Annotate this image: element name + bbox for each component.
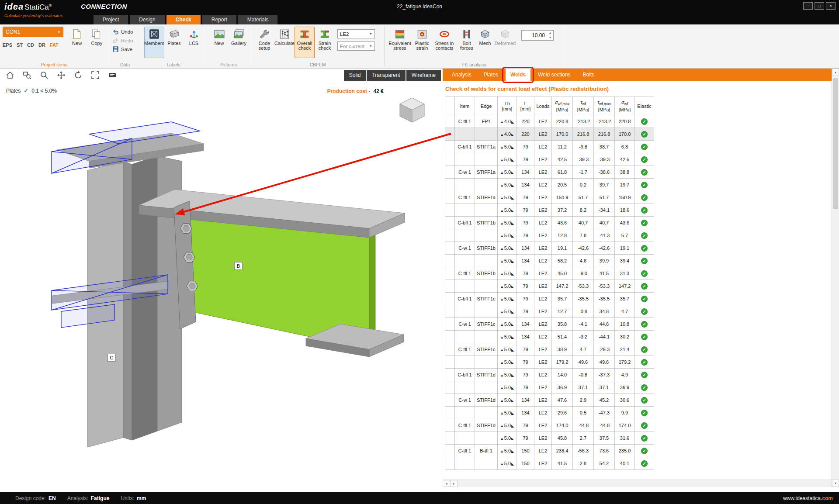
length-cell[interactable]: 79 xyxy=(517,229,534,242)
row-marker-cell[interactable] xyxy=(445,141,455,153)
tau-cell[interactable]: -39.3 xyxy=(573,153,594,166)
item-cell[interactable]: C-bfl 1 xyxy=(455,217,475,229)
length-cell[interactable]: 79 xyxy=(517,293,534,305)
tau-max-cell[interactable]: -41.3 xyxy=(594,229,615,242)
deformed-scale-stepper[interactable]: 10.00 ▲ ▼ xyxy=(521,30,554,41)
gallery-button[interactable]: Gallery xyxy=(229,27,249,58)
edge-cell[interactable] xyxy=(475,356,498,369)
column-header-elastic[interactable]: Elastic xyxy=(635,97,654,115)
strain-check-button[interactable]: Strain check xyxy=(315,27,335,58)
tau-cell[interactable]: 51.7 xyxy=(573,191,594,204)
tau-max-cell[interactable]: 45.2 xyxy=(594,394,615,407)
zoom-icon[interactable] xyxy=(39,70,49,80)
edge-cell[interactable]: B-tfl 1 xyxy=(475,445,498,457)
elastic-status-cell[interactable]: ✓ xyxy=(635,242,654,255)
sigma-max-cell[interactable]: 174.0 xyxy=(552,419,573,432)
sigma-max-cell[interactable]: 35.7 xyxy=(552,293,573,305)
sigma-cell[interactable]: 150.9 xyxy=(615,191,635,204)
row-marker-cell[interactable] xyxy=(445,419,455,432)
fit-view-icon[interactable] xyxy=(90,70,100,80)
length-cell[interactable]: 134 xyxy=(517,179,534,191)
mode-eps[interactable]: EPS xyxy=(3,42,12,48)
row-marker-cell[interactable] xyxy=(445,166,455,179)
column-header-item[interactable]: Item xyxy=(455,97,475,115)
lcs-toggle-button[interactable]: LCS xyxy=(184,27,204,58)
edge-cell[interactable] xyxy=(475,457,498,470)
bolt-forces-button[interactable]: Bolt forces xyxy=(457,27,477,58)
row-marker-cell[interactable] xyxy=(445,255,455,267)
weld-check-row[interactable]: ▲5.0◣134LE258.24.639.939.4✓ xyxy=(445,255,654,267)
maximize-button[interactable]: □ xyxy=(815,2,824,10)
tau-max-cell[interactable]: -39.3 xyxy=(594,153,615,166)
item-cell[interactable]: C-w 1 xyxy=(455,318,475,331)
elastic-status-cell[interactable]: ✓ xyxy=(635,445,654,457)
sigma-cell[interactable]: 6.8 xyxy=(615,141,635,153)
sigma-cell[interactable]: 4.9 xyxy=(615,369,635,381)
length-cell[interactable]: 150 xyxy=(517,445,534,457)
length-cell[interactable]: 134 xyxy=(517,331,534,343)
tau-cell[interactable]: 49.6 xyxy=(573,356,594,369)
throat-cell[interactable]: ▲5.0◣ xyxy=(498,432,517,445)
weld-check-row[interactable]: C-tfl 1FP1▲4.0◣220LE2220.8-213.2-213.222… xyxy=(445,115,654,128)
weld-check-row[interactable]: ▲5.0◣134LE251.4-3.2-44.130.2✓ xyxy=(445,331,654,343)
length-cell[interactable]: 79 xyxy=(517,267,534,280)
item-cell[interactable] xyxy=(455,204,475,217)
throat-cell[interactable]: ▲5.0◣ xyxy=(498,293,517,305)
tau-cell[interactable]: -56.3 xyxy=(573,445,594,457)
sigma-cell[interactable]: 39.4 xyxy=(615,255,635,267)
loads-cell[interactable]: LE2 xyxy=(534,318,552,331)
plates-toggle-button[interactable]: Plates xyxy=(164,27,184,58)
item-cell[interactable]: C-w 1 xyxy=(455,394,475,407)
mode-cd[interactable]: CD xyxy=(27,42,34,48)
weld-check-row[interactable]: ▲5.0◣79LE245.82.737.531.6✓ xyxy=(445,432,654,445)
elastic-status-cell[interactable]: ✓ xyxy=(635,457,654,470)
tau-cell[interactable]: -1.7 xyxy=(573,166,594,179)
tau-max-cell[interactable]: 37.5 xyxy=(594,432,615,445)
rotate-icon[interactable] xyxy=(73,70,83,80)
row-marker-cell[interactable] xyxy=(445,318,455,331)
sigma-max-cell[interactable]: 45.8 xyxy=(552,432,573,445)
loads-cell[interactable]: LE2 xyxy=(534,255,552,267)
tab-materials[interactable]: Materials xyxy=(238,15,278,24)
sigma-cell[interactable]: 10.8 xyxy=(615,318,635,331)
elastic-status-cell[interactable]: ✓ xyxy=(635,128,654,141)
item-cell[interactable] xyxy=(455,255,475,267)
loads-cell[interactable]: LE2 xyxy=(534,432,552,445)
sigma-cell[interactable]: 170.0 xyxy=(615,128,635,141)
item-cell[interactable] xyxy=(455,128,475,141)
item-cell[interactable]: C-w 1 xyxy=(455,242,475,255)
edge-cell[interactable] xyxy=(475,331,498,343)
throat-cell[interactable]: ▲5.0◣ xyxy=(498,318,517,331)
sigma-max-cell[interactable]: 150.9 xyxy=(552,191,573,204)
throat-cell[interactable]: ▲5.0◣ xyxy=(498,356,517,369)
spin-down-icon[interactable]: ▼ xyxy=(547,35,553,40)
throat-cell[interactable]: ▲5.0◣ xyxy=(498,204,517,217)
weld-check-row[interactable]: ▲5.0◣79LE237.28.2-34.118.6✓ xyxy=(445,204,654,217)
length-cell[interactable]: 79 xyxy=(517,381,534,394)
tab-weld-sections[interactable]: Weld sections xyxy=(533,69,575,81)
length-cell[interactable]: 79 xyxy=(517,343,534,356)
weld-check-row[interactable]: C-tfl 1STIFF1d▲5.0◣79LE2174.0-44.8-44.81… xyxy=(445,419,654,432)
weld-check-row[interactable]: ▲5.0◣134LE220.50.239.719.7✓ xyxy=(445,179,654,191)
load-effect-select[interactable]: LE2 ▼ xyxy=(337,29,375,38)
edge-cell[interactable]: STIFF1b xyxy=(475,217,498,229)
row-marker-cell[interactable] xyxy=(445,394,455,407)
row-marker-cell[interactable] xyxy=(445,305,455,318)
mesh-button[interactable]: Mesh xyxy=(477,27,493,58)
item-cell[interactable] xyxy=(455,457,475,470)
sigma-max-cell[interactable]: 37.2 xyxy=(552,204,573,217)
throat-cell[interactable]: ▲5.0◣ xyxy=(498,381,517,394)
column-header-length[interactable]: L[mm] xyxy=(517,97,534,115)
row-marker-cell[interactable] xyxy=(445,280,455,293)
sigma-max-cell[interactable]: 58.2 xyxy=(552,255,573,267)
elastic-status-cell[interactable]: ✓ xyxy=(635,293,654,305)
edge-cell[interactable]: STIFF1d xyxy=(475,369,498,381)
edge-cell[interactable]: STIFF1c xyxy=(475,318,498,331)
tau-max-cell[interactable]: 49.6 xyxy=(594,356,615,369)
elastic-status-cell[interactable]: ✓ xyxy=(635,331,654,343)
edge-cell[interactable] xyxy=(475,432,498,445)
elastic-status-cell[interactable]: ✓ xyxy=(635,305,654,318)
mode-fat[interactable]: FAT xyxy=(50,42,59,48)
column-header-row-marker[interactable] xyxy=(445,97,455,115)
sigma-cell[interactable]: 38.8 xyxy=(615,166,635,179)
